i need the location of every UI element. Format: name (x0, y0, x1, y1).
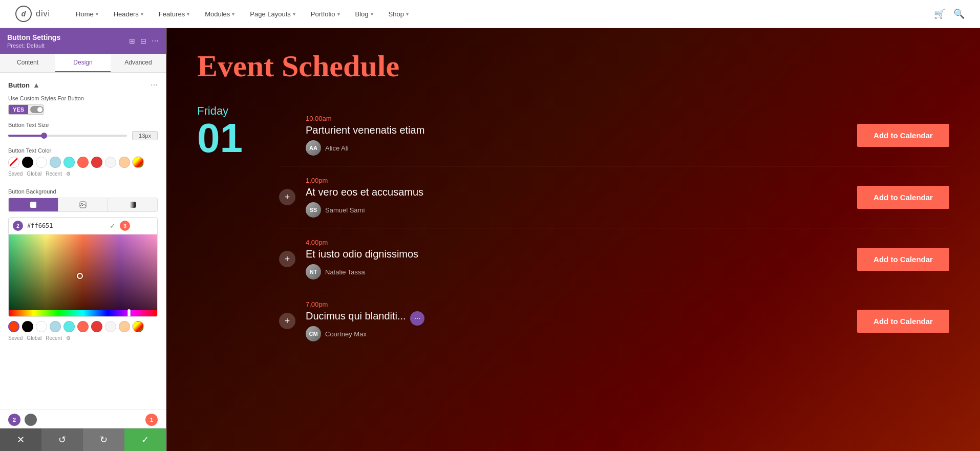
color-swatch-custom2[interactable] (133, 321, 144, 332)
nav-item-features[interactable]: Features ▾ (159, 10, 189, 18)
color-swatch-cyan2[interactable] (63, 321, 75, 332)
event-add-button-2[interactable]: + (279, 189, 295, 205)
nav-icons: 🛒 🔍 (934, 8, 965, 19)
color-swatch-coral[interactable] (77, 157, 89, 168)
slider-track[interactable] (8, 135, 127, 137)
logo-text: divi (36, 9, 50, 18)
search-icon[interactable]: 🔍 (953, 8, 965, 19)
close-icon: ✕ (17, 434, 25, 445)
svg-point-2 (81, 203, 83, 205)
right-content: Event Schedule Friday 01 10.00am Parturi… (166, 28, 980, 451)
color-swatch-peach2[interactable] (119, 321, 130, 332)
save-button[interactable]: ✓ (124, 428, 166, 451)
gear-icon-2[interactable]: ⚙ (66, 335, 71, 341)
badge-purple[interactable]: 2 (8, 414, 20, 426)
nav-item-shop[interactable]: Shop ▾ (389, 10, 409, 18)
button-text-color-label: Button Text Color (8, 147, 158, 154)
color-swatch-peach[interactable] (119, 157, 130, 168)
event-add-button-4[interactable]: + (279, 313, 295, 329)
cart-icon[interactable]: 🛒 (934, 8, 945, 19)
color-swatch-cyan[interactable] (63, 157, 75, 168)
day-label: Friday 01 (197, 104, 259, 352)
nav-item-blog[interactable]: Blog ▾ (355, 10, 373, 18)
add-to-calendar-button-2[interactable]: Add to Calendar (857, 186, 949, 209)
panel-layout-icon[interactable]: ⊟ (140, 37, 146, 45)
color-hue-thumb[interactable] (127, 309, 131, 317)
add-to-calendar-button-4[interactable]: Add to Calendar (857, 310, 949, 333)
panel-header: Button Settings Preset: Default ⊞ ⊟ ⋯ (0, 28, 166, 54)
event-dots-button-4[interactable]: ⋯ (410, 311, 424, 326)
panel-more-icon[interactable]: ⋯ (152, 37, 159, 45)
tab-advanced[interactable]: Advanced (111, 54, 166, 72)
event-add-button-3[interactable]: + (279, 251, 295, 267)
color-check-icon[interactable]: ✓ (110, 222, 116, 230)
color-swatch-coral2[interactable] (77, 321, 89, 332)
dots-row (8, 179, 158, 181)
circle-badges-row: 2 1 (0, 409, 166, 426)
undo-icon: ↺ (58, 434, 66, 445)
event-item-3: + 4.00pm Et iusto odio dignissimos NT Na… (279, 228, 949, 290)
section-more-icon[interactable]: ⋯ (151, 81, 158, 89)
color-swatch-red[interactable] (91, 157, 102, 168)
color-swatch-lightblue2[interactable] (50, 321, 61, 332)
color-swatch-black[interactable] (22, 157, 33, 168)
color-swatch-lightblue[interactable] (50, 157, 61, 168)
nav-item-modules[interactable]: Modules ▾ (205, 10, 235, 18)
bg-tab-gradient[interactable] (108, 198, 157, 211)
color-hex-row: 2 ✓ 3 (9, 218, 157, 234)
color-hex-input[interactable] (27, 222, 105, 229)
speaker-avatar-2: SS (306, 202, 321, 218)
collapse-icon[interactable]: ▲ (33, 81, 40, 89)
color-meta-bg: Saved Global Recent ⚙ (8, 334, 158, 342)
slider-thumb[interactable] (41, 133, 47, 139)
color-gradient-thumb[interactable] (77, 273, 83, 279)
tab-design[interactable]: Design (55, 54, 111, 72)
color-swatch-white2[interactable] (36, 321, 47, 332)
panel-tabs: Content Design Advanced (0, 54, 166, 73)
nav-item-page-layouts[interactable]: Page Layouts ▾ (250, 10, 295, 18)
color-swatch-lightgrey[interactable] (105, 157, 116, 168)
event-speaker-3: NT Natalie Tassa (306, 264, 847, 280)
slider-value[interactable]: 13px (132, 131, 158, 140)
color-swatch-transparent[interactable] (8, 157, 19, 168)
add-to-calendar-button-1[interactable]: Add to Calendar (857, 124, 949, 147)
speaker-avatar-1: AA (306, 140, 321, 156)
bg-tab-image[interactable] (58, 198, 108, 211)
badge-coral[interactable]: 1 (145, 414, 158, 426)
color-swatch-custom[interactable] (133, 157, 144, 168)
panel-expand-icon[interactable]: ⊞ (129, 37, 135, 45)
speaker-avatar-inner-3: NT (306, 264, 321, 280)
add-to-calendar-button-3[interactable]: Add to Calendar (857, 248, 949, 271)
color-swatch-active-red[interactable] (8, 321, 19, 332)
event-name-4: Ducimus qui blanditi... (306, 310, 406, 322)
button-text-size-label: Button Text Size (8, 122, 158, 128)
bg-tab-fill[interactable] (9, 198, 58, 211)
color-swatch-black2[interactable] (22, 321, 33, 332)
color-gradient-area[interactable] (9, 234, 157, 310)
event-name-1: Parturient venenatis etiam (306, 124, 847, 136)
redo-button[interactable]: ↻ (83, 428, 124, 451)
left-panel: Button Settings Preset: Default ⊞ ⊟ ⋯ Co… (0, 28, 166, 451)
custom-styles-toggle[interactable]: YES (8, 104, 44, 115)
color-hue-bar[interactable] (9, 310, 157, 316)
logo[interactable]: d divi (15, 6, 50, 22)
nav-item-portfolio[interactable]: Portfolio ▾ (311, 10, 340, 18)
toggle-indicator (30, 106, 44, 113)
event-time-1: 10.00am (306, 115, 847, 122)
tab-content[interactable]: Content (0, 54, 55, 72)
color-swatch-red2[interactable] (91, 321, 102, 332)
nav-item-home[interactable]: Home ▾ (76, 10, 98, 18)
chevron-down-icon: ▾ (187, 11, 189, 17)
event-title: Event Schedule (197, 49, 949, 84)
undo-button[interactable]: ↺ (41, 428, 83, 451)
color-swatch-lightgrey2[interactable] (105, 321, 116, 332)
top-nav: d divi Home ▾ Headers ▾ Features ▾ Modul… (0, 0, 980, 28)
speaker-avatar-inner-2: SS (306, 202, 321, 218)
color-swatch-white[interactable] (36, 157, 47, 168)
gear-icon[interactable]: ⚙ (66, 171, 71, 177)
events-list: 10.00am Parturient venenatis etiam AA Al… (279, 104, 949, 352)
chevron-down-icon: ▾ (371, 11, 373, 17)
event-info-2: 1.00pm At vero eos et accusamus SS Samue… (306, 177, 847, 218)
nav-item-headers[interactable]: Headers ▾ (114, 10, 143, 18)
close-button[interactable]: ✕ (0, 428, 41, 451)
